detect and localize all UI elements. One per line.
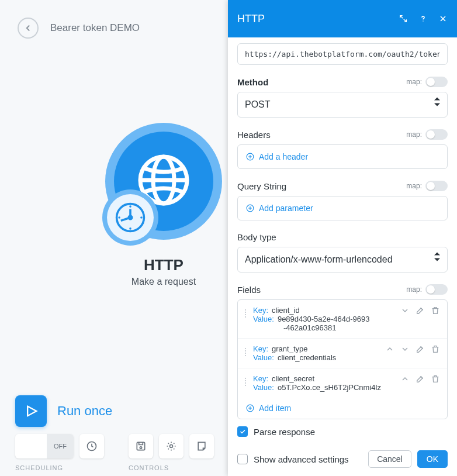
arrow-left-icon: [23, 23, 33, 33]
show-advanced-checkbox[interactable]: [237, 454, 248, 464]
schedule-settings-button[interactable]: [79, 434, 104, 458]
field-item: Key:client_secretValue:o5T.PcXo.ce_sH6T2…: [238, 368, 447, 398]
key-value: client_id: [272, 306, 300, 315]
add-parameter-button[interactable]: Add parameter: [238, 196, 447, 220]
svg-point-7: [129, 205, 131, 208]
delete-button[interactable]: [431, 306, 440, 315]
help-button[interactable]: [418, 14, 428, 23]
close-button[interactable]: [438, 14, 448, 23]
query-map-label: map:: [406, 182, 422, 190]
notes-button[interactable]: [189, 434, 214, 458]
move-down-button[interactable]: [400, 344, 410, 354]
cancel-button[interactable]: Cancel: [368, 450, 411, 468]
check-icon: [239, 428, 246, 435]
help-icon: [418, 14, 428, 23]
scheduling-off-label: OFF: [47, 434, 74, 458]
expand-button[interactable]: [399, 14, 408, 23]
key-value: grant_type: [272, 344, 307, 353]
plus-circle-icon: [246, 404, 254, 412]
play-icon: [23, 403, 39, 419]
svg-point-16: [423, 20, 423, 21]
fields-map-label: map:: [406, 285, 422, 294]
drag-handle[interactable]: [245, 378, 251, 386]
body-type-select[interactable]: Application/x-www-form-urlencoded: [237, 247, 448, 273]
key-label: Key:: [253, 306, 268, 315]
url-input[interactable]: [237, 43, 448, 65]
ok-button[interactable]: OK: [417, 450, 448, 468]
clock-small-icon: [86, 440, 98, 452]
controls-section-label: CONTROLS: [129, 464, 214, 471]
svg-point-14: [140, 447, 141, 449]
panel-header: HTTP: [228, 0, 457, 37]
move-up-button[interactable]: [385, 344, 394, 354]
parse-response-checkbox[interactable]: [237, 426, 248, 437]
node-circle: [105, 123, 222, 240]
save-icon: [135, 440, 147, 452]
panel-title: HTTP: [237, 13, 265, 25]
run-label[interactable]: Run once: [57, 403, 112, 419]
delete-button[interactable]: [431, 374, 440, 384]
close-icon: [438, 14, 448, 23]
save-button[interactable]: [129, 434, 153, 458]
node-subtitle: Make a request: [131, 277, 196, 287]
add-parameter-label: Add parameter: [259, 203, 313, 213]
field-content: Key:grant_typeValue:client_credentials: [253, 344, 383, 362]
query-label: Query String: [237, 181, 286, 191]
svg-point-9: [129, 227, 131, 230]
show-advanced-label: Show advanced settings: [254, 454, 349, 464]
method-map-label: map:: [406, 78, 422, 86]
edit-button[interactable]: [416, 374, 425, 384]
field-actions: [400, 306, 440, 315]
svg-marker-11: [27, 406, 36, 416]
delete-button[interactable]: [431, 344, 440, 354]
edit-button[interactable]: [416, 344, 425, 354]
key-label: Key:: [253, 344, 268, 353]
add-header-button[interactable]: Add a header: [238, 145, 447, 168]
value-text: -462a01c96381: [283, 323, 398, 332]
http-config-panel: HTTP Method map: POST: [228, 0, 457, 476]
edit-button[interactable]: [416, 306, 425, 315]
value-label: Value:: [253, 315, 274, 323]
svg-point-10: [118, 216, 120, 219]
back-button[interactable]: [18, 18, 39, 39]
field-actions: [385, 344, 440, 354]
value-text: 9e89d430-5a2e-464d-9693: [278, 315, 370, 323]
value-label: Value:: [253, 353, 274, 362]
value-text: client_credentials: [278, 353, 336, 362]
drag-handle[interactable]: [245, 309, 251, 318]
http-node[interactable]: HTTP Make a request: [88, 123, 240, 287]
add-field-button[interactable]: Add item: [238, 398, 447, 419]
field-item: Key:grant_typeValue:client_credentials: [238, 338, 447, 368]
run-button[interactable]: [15, 395, 47, 427]
clock-badge: [102, 189, 158, 246]
add-field-label: Add item: [259, 403, 291, 413]
field-item: Key:client_idValue:9e89d430-5a2e-464d-96…: [238, 300, 447, 338]
move-down-button[interactable]: [400, 306, 410, 315]
method-map-toggle[interactable]: [425, 77, 448, 87]
drag-handle[interactable]: [245, 348, 251, 356]
body-type-label: Body type: [237, 232, 276, 242]
settings-button[interactable]: [159, 434, 184, 458]
move-up-button[interactable]: [400, 374, 410, 384]
plus-circle-icon: [246, 153, 254, 161]
workflow-title: Bearer token DEMO: [50, 22, 140, 34]
key-value: client_secret: [272, 374, 314, 383]
method-select[interactable]: POST: [237, 92, 448, 118]
query-map-toggle[interactable]: [425, 181, 448, 191]
headers-map-toggle[interactable]: [425, 129, 448, 140]
svg-point-8: [140, 216, 143, 219]
body-type-value: Application/x-www-form-urlencoded: [245, 254, 393, 264]
scheduling-section-label: SCHEDULING: [15, 464, 104, 471]
svg-point-15: [170, 445, 173, 448]
svg-line-6: [121, 218, 130, 220]
gear-icon: [165, 440, 177, 452]
value-text: o5T.PcXo.ce_sH6T2jPCnmi4lz: [278, 383, 381, 392]
scheduling-toggle[interactable]: OFF: [15, 434, 74, 458]
field-content: Key:client_secretValue:o5T.PcXo.ce_sH6T2…: [253, 374, 398, 392]
add-header-label: Add a header: [259, 152, 308, 161]
field-content: Key:client_idValue:9e89d430-5a2e-464d-96…: [253, 306, 398, 332]
parse-response-label: Parse response: [254, 427, 315, 437]
fields-map-toggle[interactable]: [425, 284, 448, 295]
headers-map-label: map:: [406, 130, 422, 139]
node-title: HTTP: [144, 256, 184, 274]
